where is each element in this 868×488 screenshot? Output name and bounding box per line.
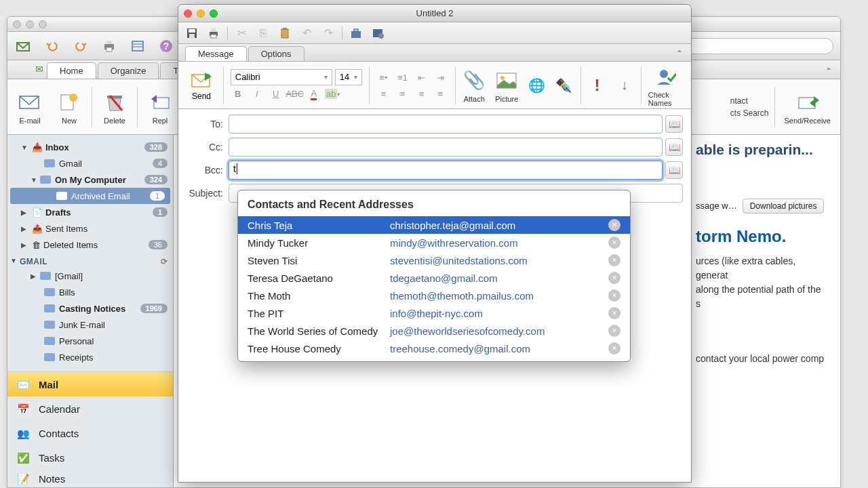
strike-button[interactable]: ABC bbox=[286, 87, 304, 102]
italic-button[interactable]: I bbox=[248, 87, 266, 102]
remove-suggestion-icon[interactable]: × bbox=[608, 342, 620, 354]
remove-suggestion-icon[interactable]: × bbox=[608, 325, 620, 337]
media-icon[interactable] bbox=[370, 25, 386, 41]
tab-options[interactable]: Options bbox=[248, 46, 304, 61]
minimize-icon[interactable] bbox=[197, 9, 205, 18]
print-icon[interactable] bbox=[100, 37, 119, 56]
bullets-button[interactable]: ≡• bbox=[375, 70, 393, 85]
list-icon[interactable] bbox=[128, 37, 147, 56]
tab-organize[interactable]: Organize bbox=[98, 62, 159, 79]
highlight-button[interactable]: ab▾ bbox=[324, 87, 342, 102]
font-family-select[interactable]: Calibri▾ bbox=[231, 69, 332, 85]
undo-icon[interactable] bbox=[43, 37, 62, 56]
sidebar-item-gmail-folder[interactable]: Gmail4 bbox=[7, 155, 173, 171]
numbering-button[interactable]: ≡1 bbox=[394, 70, 412, 85]
ribbon-collapse-icon[interactable]: ⌃ bbox=[673, 46, 686, 61]
underline-button[interactable]: U bbox=[267, 87, 285, 102]
redo-icon[interactable] bbox=[71, 37, 90, 56]
align-center-button[interactable]: ≡ bbox=[394, 87, 412, 102]
app-contacts[interactable]: 👥Contacts bbox=[7, 421, 173, 445]
send-button[interactable]: Send bbox=[182, 67, 220, 104]
close-icon[interactable] bbox=[13, 20, 21, 28]
sidebar-item-receipts[interactable]: Receipts bbox=[7, 349, 173, 365]
priority-low-button[interactable]: ↓ bbox=[611, 70, 638, 101]
sidebar-item-casting[interactable]: Casting Notices1969 bbox=[7, 300, 173, 317]
remove-suggestion-icon[interactable]: × bbox=[608, 237, 620, 249]
ribbon-collapse-icon[interactable]: ⌃ bbox=[823, 64, 835, 79]
remove-suggestion-icon[interactable]: × bbox=[608, 307, 620, 319]
bcc-field[interactable]: t bbox=[229, 161, 663, 180]
reply-button[interactable]: Repl bbox=[143, 87, 177, 127]
indent-button[interactable]: ⇥ bbox=[432, 70, 450, 85]
outdent-button[interactable]: ⇤ bbox=[413, 70, 431, 85]
print-icon[interactable] bbox=[205, 25, 222, 41]
suggestion-row[interactable]: The Moththemoth@themoth.pmailus.com× bbox=[238, 287, 630, 304]
new-button[interactable]: New bbox=[52, 87, 86, 127]
priority-high-button[interactable]: ! bbox=[583, 70, 610, 101]
picture-button[interactable]: Picture bbox=[490, 65, 523, 106]
suggestion-row[interactable]: The PITinfo@thepit-nyc.com× bbox=[238, 304, 630, 322]
to-field[interactable] bbox=[229, 115, 663, 134]
suggestion-row[interactable]: Chris Tejachristopher.teja@gmail.com× bbox=[238, 216, 630, 234]
download-pictures-button[interactable]: Download pictures bbox=[743, 199, 825, 214]
align-justify-button[interactable]: ≡ bbox=[432, 87, 450, 102]
app-notes[interactable]: 📝Notes bbox=[7, 470, 173, 487]
check-names-button[interactable]: Check Names bbox=[644, 61, 687, 110]
sidebar-item-bills[interactable]: Bills bbox=[7, 284, 173, 300]
sidebar-item-inbox[interactable]: ▼📥 Inbox328 bbox=[7, 139, 173, 155]
sidebar-item-sent[interactable]: ▶📤 Sent Items bbox=[7, 220, 173, 237]
compose-icon[interactable] bbox=[14, 37, 33, 56]
compose-titlebar[interactable]: Untitled 2 bbox=[178, 5, 691, 22]
redo-icon[interactable]: ↷ bbox=[320, 25, 336, 41]
cc-field[interactable] bbox=[229, 138, 663, 157]
minimize-icon[interactable] bbox=[26, 20, 34, 28]
font-size-select[interactable]: 14▾ bbox=[335, 69, 362, 85]
font-color-button[interactable]: A bbox=[305, 87, 323, 102]
tab-message[interactable]: Message bbox=[185, 46, 247, 61]
app-tasks[interactable]: ✅Tasks bbox=[7, 445, 173, 470]
align-left-button[interactable]: ≡ bbox=[375, 87, 393, 102]
suggestion-row[interactable]: Steven Tisisteventisi@unitedstations.com… bbox=[238, 251, 630, 269]
signature-button[interactable]: ✒️ bbox=[550, 70, 577, 101]
align-right-button[interactable]: ≡ bbox=[413, 87, 431, 102]
cut-icon[interactable]: ✂ bbox=[233, 25, 250, 41]
copy-icon[interactable]: ⎘ bbox=[255, 25, 271, 41]
bold-button[interactable]: B bbox=[229, 87, 247, 102]
suggestion-row[interactable]: The World Series of Comedyjoe@theworldse… bbox=[238, 322, 630, 340]
contacts-search-label[interactable]: cts Search bbox=[730, 108, 769, 118]
tab-home[interactable]: Home bbox=[47, 62, 96, 79]
sidebar-item-on-my-computer[interactable]: ▼On My Computer324 bbox=[7, 171, 173, 188]
sidebar-item-gmail-bracket[interactable]: ▶[Gmail] bbox=[7, 268, 173, 284]
remove-suggestion-icon[interactable]: × bbox=[608, 219, 620, 231]
remove-suggestion-icon[interactable]: × bbox=[608, 289, 620, 302]
bcc-addressbook-button[interactable]: 📖 bbox=[665, 161, 683, 179]
sidebar-item-personal[interactable]: Personal bbox=[7, 333, 173, 349]
attach-button[interactable]: 📎Attach bbox=[458, 65, 490, 106]
remove-suggestion-icon[interactable]: × bbox=[608, 272, 620, 284]
send-receive-button[interactable]: Send/Receive bbox=[781, 87, 835, 127]
app-calendar[interactable]: 📅Calendar bbox=[7, 396, 173, 421]
zoom-icon[interactable] bbox=[39, 20, 47, 28]
sidebar-section-gmail[interactable]: ▼GMAIL⟳ bbox=[7, 253, 173, 268]
undo-icon[interactable]: ↶ bbox=[298, 25, 315, 41]
sidebar-item-junk[interactable]: Junk E-mail bbox=[7, 317, 173, 333]
toolbox-icon[interactable] bbox=[348, 25, 364, 41]
help-icon[interactable]: ? bbox=[157, 37, 176, 56]
sidebar-item-drafts[interactable]: ▶📄 Drafts1 bbox=[7, 204, 173, 220]
remove-suggestion-icon[interactable]: × bbox=[608, 254, 620, 266]
email-button[interactable]: E-mail bbox=[13, 87, 47, 127]
to-addressbook-button[interactable]: 📖 bbox=[665, 115, 683, 133]
sidebar-item-archived[interactable]: Archived Email1 bbox=[10, 188, 170, 204]
suggestion-row[interactable]: Teresa DeGaetanotdegaetano@gmail.com× bbox=[238, 269, 630, 287]
suggestion-row[interactable]: Tree House Comedytreehouse.comedy@gmail.… bbox=[238, 340, 630, 357]
close-icon[interactable] bbox=[184, 9, 192, 18]
cc-addressbook-button[interactable]: 📖 bbox=[665, 138, 683, 156]
mail-tab-icon[interactable]: ✉ bbox=[33, 60, 45, 79]
suggestion-row[interactable]: Mindy Tuckermindy@withreservation.com× bbox=[238, 234, 630, 251]
sidebar-item-deleted[interactable]: ▶🗑 Deleted Items36 bbox=[7, 237, 173, 253]
paste-icon[interactable] bbox=[277, 25, 293, 41]
app-mail[interactable]: ✉️Mail bbox=[7, 372, 173, 396]
save-icon[interactable] bbox=[184, 25, 200, 41]
hyperlink-button[interactable]: 🌐 bbox=[523, 70, 550, 101]
zoom-icon[interactable] bbox=[210, 9, 218, 18]
